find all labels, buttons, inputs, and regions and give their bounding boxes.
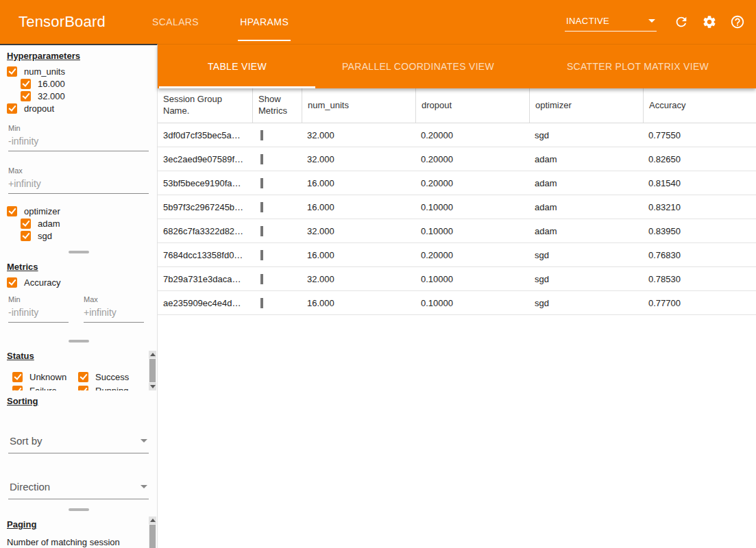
app-logo: TensorBoard [19,13,106,31]
checked-checkbox-icon[interactable] [78,386,88,391]
status-failure-row[interactable]: Failure [12,384,78,390]
min-label: Min [8,295,69,303]
metric-max-field: Max [84,295,144,323]
checked-checkbox-icon[interactable] [7,66,17,77]
accuracy-cell: 0.78530 [643,274,756,284]
tab-scatter-plot-matrix-view[interactable]: SCATTER PLOT MATRIX VIEW [520,45,756,88]
paging-scrollbar[interactable] [149,516,156,548]
unchecked-checkbox-icon[interactable] [260,298,263,308]
show-metrics-cell [252,178,302,188]
show-metrics-cell [252,250,302,260]
checked-checkbox-icon[interactable] [12,372,23,382]
unchecked-checkbox-icon[interactable] [260,250,263,260]
tab-scalars[interactable]: SCALARS [132,0,219,44]
hparam-value-row[interactable]: sgd [7,229,150,242]
checked-checkbox-icon[interactable] [21,91,31,101]
column-header-session-group-name[interactable]: Session Group Name. [158,88,252,123]
view-tabs: TABLE VIEW PARALLEL COORDINATES VIEW SCA… [158,44,756,88]
app-header: TensorBoard SCALARS HPARAMS INACTIVE [0,0,756,44]
hparam-dropout-row[interactable]: dropout [7,102,150,114]
checked-checkbox-icon[interactable] [12,386,23,391]
reload-mode-value: INACTIVE [566,16,609,26]
column-header-optimizer[interactable]: optimizer [529,88,643,123]
pane-resize-handle[interactable] [0,506,157,514]
unchecked-checkbox-icon[interactable] [260,154,263,164]
direction-select[interactable]: Direction [8,477,149,499]
unchecked-checkbox-icon[interactable] [260,226,263,236]
sort-by-select[interactable]: Sort by [8,431,149,453]
dropout-cell: 0.20000 [415,250,529,260]
pane-resize-handle[interactable] [0,248,157,256]
optimizer-cell: sgd [529,250,643,260]
paging-summary: Number of matching session groups: 8 [7,536,130,548]
scrollbar-thumb[interactable] [149,525,156,548]
table-row: 3df0d7cf35bec5a… 32.000 0.20000 sgd 0.77… [158,123,756,147]
scroll-up-icon[interactable] [149,516,156,524]
hparam-optimizer-row[interactable]: optimizer [7,205,150,217]
dropdown-arrow-icon [141,485,147,488]
scrollbar-thumb[interactable] [149,359,156,382]
checked-checkbox-icon[interactable] [78,372,88,382]
accuracy-cell: 0.83210 [643,202,756,212]
status-unknown-row[interactable]: Unknown [12,371,78,383]
metric-min-field: Min [8,295,69,323]
table-header: Session Group Name. Show Metrics num_uni… [158,88,756,123]
hparam-label: num_units [24,66,65,77]
tab-hparams[interactable]: HPARAMS [219,0,309,44]
num-units-cell: 32.000 [302,274,415,284]
scroll-down-icon[interactable] [149,383,156,390]
tab-hparams-label: HPARAMS [240,16,289,27]
checked-checkbox-icon[interactable] [21,231,31,241]
num-units-cell: 16.000 [302,178,415,188]
metric-accuracy-row[interactable]: Accuracy [7,276,150,288]
num-units-cell: 32.000 [302,154,415,164]
unchecked-checkbox-icon[interactable] [260,202,263,212]
checked-checkbox-icon[interactable] [7,277,17,288]
settings-icon[interactable] [700,13,718,31]
checked-checkbox-icon[interactable] [7,206,17,216]
hparam-value-row[interactable]: 16.000 [7,77,150,90]
pane-resize-handle[interactable] [0,337,157,345]
column-header-dropout[interactable]: dropout [415,88,529,123]
dropdown-arrow-icon [141,439,147,443]
checked-checkbox-icon[interactable] [21,219,31,229]
metric-min-input[interactable] [8,305,69,323]
status-scrollbar[interactable] [149,351,156,390]
unchecked-checkbox-icon[interactable] [260,130,263,140]
tab-table-view[interactable]: TABLE VIEW [158,45,317,88]
metric-max-input[interactable] [84,305,144,323]
column-header-num-units[interactable]: num_units [302,88,415,123]
optimizer-cell: sgd [529,130,643,140]
hparam-num-units-row[interactable]: num_units [7,65,150,77]
dropout-cell: 0.10000 [415,274,529,284]
hparam-value-row[interactable]: 32.000 [7,90,150,102]
reload-mode-select[interactable]: INACTIVE [565,13,657,32]
sorting-pane: Sorting Sort by Direction [0,390,157,506]
checked-checkbox-icon[interactable] [21,79,31,89]
table-row: 3ec2aed9e07589f… 32.000 0.20000 adam 0.8… [158,147,756,171]
min-label: Min [8,124,149,132]
column-header-accuracy[interactable]: Accuracy [643,88,756,123]
hparam-value-row[interactable]: adam [7,217,150,229]
tab-parallel-coordinates-view[interactable]: PARALLEL COORDINATES VIEW [317,45,520,88]
scroll-up-icon[interactable] [149,351,156,358]
show-metrics-cell [252,226,302,236]
session-group-name-cell: 5b97f3c2967245b… [158,202,252,212]
refresh-icon[interactable] [672,13,690,31]
help-icon[interactable] [729,13,746,31]
hparam-label: dropout [24,103,54,114]
dropout-min-input[interactable] [8,134,149,151]
unchecked-checkbox-icon[interactable] [260,178,263,188]
tab-parallel-coordinates-label: PARALLEL COORDINATES VIEW [342,61,494,72]
dropout-max-input[interactable] [8,176,149,194]
optimizer-cell: sgd [529,274,643,284]
status-running-row[interactable]: Running [78,384,144,390]
status-success-row[interactable]: Success [78,371,144,383]
tab-scatter-plot-matrix-label: SCATTER PLOT MATRIX VIEW [567,61,709,72]
unchecked-checkbox-icon[interactable] [260,274,263,284]
dropout-cell: 0.20000 [415,178,529,188]
top-nav-tabs: SCALARS HPARAMS [132,0,309,44]
session-group-name-cell: ae235909ec4e4d… [158,298,252,308]
checked-checkbox-icon[interactable] [7,103,17,114]
hparam-value-label: 32.000 [38,91,65,101]
